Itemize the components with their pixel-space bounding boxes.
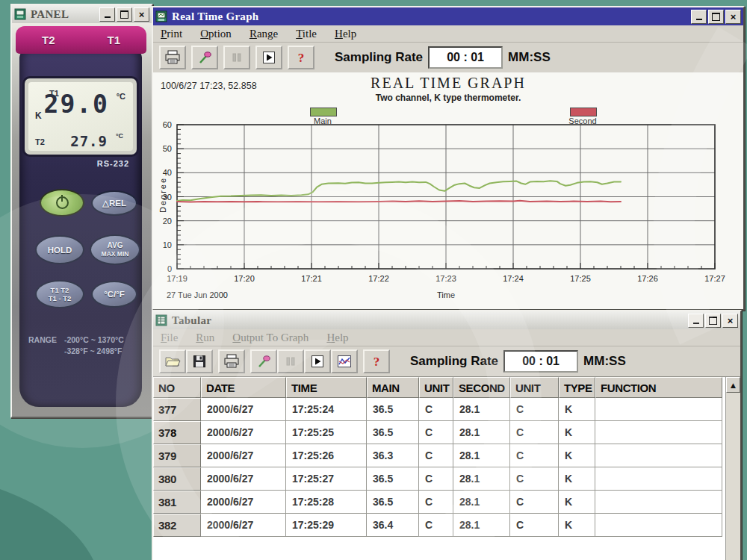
data-cell: 17:25:29 bbox=[286, 514, 367, 537]
data-cell: 28.1 bbox=[453, 491, 510, 514]
sampling-rate-label: Sampling Rate bbox=[335, 50, 423, 65]
lcd-main-unit: °C bbox=[117, 92, 125, 101]
data-cell bbox=[595, 421, 722, 444]
panel-maximize-button[interactable] bbox=[117, 7, 132, 22]
lcd-display: T1 K 29.0 °C 27.9 °C T2 bbox=[25, 78, 137, 155]
floppy-disk-icon bbox=[193, 355, 206, 368]
scroll-up-button[interactable]: ▲ bbox=[726, 377, 740, 393]
table-row[interactable]: 3782000/6/2717:25:2536.5C28.1CK bbox=[153, 421, 740, 444]
tabular-titlebar[interactable]: Tabular × bbox=[153, 311, 740, 329]
menu-print[interactable]: Print bbox=[161, 28, 182, 40]
range-fahrenheit: -328°F ~ 2498°F bbox=[64, 346, 124, 355]
row-number-cell: 377 bbox=[153, 398, 201, 421]
menu-help[interactable]: Help bbox=[326, 332, 348, 344]
graph-maximize-button[interactable] bbox=[708, 10, 724, 24]
tabular-minimize-button[interactable] bbox=[688, 314, 704, 328]
print-button[interactable] bbox=[218, 349, 245, 373]
menu-option[interactable]: Option bbox=[200, 28, 232, 40]
data-cell: C bbox=[510, 467, 559, 491]
celsius-fahrenheit-button[interactable]: °C/°F bbox=[91, 281, 137, 308]
data-cell: 2000/6/27 bbox=[201, 491, 286, 514]
line-chart: 010203040506017:1917:2017:2117:2217:2317… bbox=[153, 72, 740, 305]
help-button[interactable]: ? bbox=[288, 46, 314, 69]
table-row[interactable]: 3802000/6/2717:25:2736.5C28.1CK bbox=[153, 467, 740, 491]
graph-menubar: PrintOptionRangeTitleHelp bbox=[153, 25, 743, 43]
data-cell: K bbox=[559, 444, 595, 467]
svg-text:17:22: 17:22 bbox=[368, 274, 389, 283]
data-cell: 17:25:28 bbox=[286, 491, 367, 514]
tabular-window: Tabular × FileRunOutput To GraphHelp bbox=[152, 310, 742, 560]
column-header-main-3: MAIN bbox=[367, 377, 419, 398]
panel-app-icon bbox=[14, 8, 26, 20]
data-cell: 17:25:27 bbox=[286, 467, 367, 491]
sampling-rate-input[interactable] bbox=[503, 350, 578, 373]
panel-titlebar[interactable]: PANEL × bbox=[12, 5, 152, 23]
tabular-close-button[interactable]: × bbox=[722, 314, 738, 328]
table-scrollbar[interactable]: ▲ bbox=[725, 377, 740, 560]
menu-output-to-graph[interactable]: Output To Graph bbox=[232, 332, 309, 344]
avg-label: AVG bbox=[108, 241, 123, 250]
panel-window-title: PANEL bbox=[29, 8, 96, 21]
column-header-type-7: TYPE bbox=[559, 377, 595, 398]
table-row[interactable]: 3822000/6/2717:25:2936.4C28.1CK bbox=[153, 514, 740, 537]
table-row[interactable]: 3792000/6/2717:25:2636.3C28.1CK bbox=[153, 444, 740, 467]
column-header-second-5: SECOND bbox=[453, 377, 510, 398]
data-cell: 17:25:26 bbox=[286, 444, 367, 467]
panel-close-button[interactable]: × bbox=[134, 7, 149, 22]
menu-range[interactable]: Range bbox=[249, 28, 278, 40]
pause-button bbox=[223, 46, 250, 69]
open-button[interactable] bbox=[159, 349, 186, 373]
data-cell bbox=[595, 444, 722, 467]
data-cell: 2000/6/27 bbox=[201, 421, 286, 444]
graph-close-button[interactable]: × bbox=[725, 10, 741, 24]
table-row[interactable]: 3772000/6/2717:25:2436.5C28.1CK bbox=[153, 398, 740, 421]
graph-titlebar[interactable]: Real Time Graph × bbox=[153, 7, 743, 25]
menu-help[interactable]: Help bbox=[335, 28, 356, 40]
data-cell: C bbox=[419, 491, 453, 514]
menu-run[interactable]: Run bbox=[196, 332, 214, 344]
pause-icon bbox=[231, 52, 243, 63]
menu-file[interactable]: File bbox=[161, 332, 178, 344]
avg-max-min-button[interactable]: AVG MAX MIN bbox=[90, 234, 140, 265]
tabular-toolbar: ? Sampling Rate MM:SS bbox=[153, 346, 740, 376]
output-to-graph-button[interactable] bbox=[331, 349, 358, 373]
range-label: RANGE bbox=[28, 335, 57, 355]
menu-title[interactable]: Title bbox=[296, 28, 317, 40]
chart-title: REAL TIME GRAPH bbox=[371, 75, 526, 92]
celsius-fahrenheit-label: °C/°F bbox=[104, 290, 125, 299]
save-button[interactable] bbox=[186, 349, 213, 373]
hold-button[interactable]: HOLD bbox=[35, 235, 84, 264]
run-button[interactable] bbox=[304, 349, 331, 373]
data-cell: C bbox=[510, 398, 559, 421]
svg-text:60: 60 bbox=[163, 120, 172, 129]
tabular-maximize-button[interactable] bbox=[705, 314, 721, 328]
t1-t2-button[interactable]: T1 T2 T1 - T2 bbox=[35, 280, 84, 308]
graph-minimize-button[interactable] bbox=[691, 10, 707, 24]
rel-button[interactable]: △REL bbox=[91, 190, 137, 216]
power-button[interactable] bbox=[40, 189, 84, 217]
power-icon bbox=[56, 196, 69, 209]
sampling-rate-label: Sampling Rate bbox=[410, 354, 498, 369]
svg-text:10: 10 bbox=[163, 240, 172, 249]
lcd-k-label: K bbox=[35, 111, 42, 121]
help-button[interactable]: ? bbox=[363, 349, 390, 373]
range-spec: RANGE -200°C ~ 1370°C -328°F ~ 2498°F bbox=[28, 335, 124, 355]
graph-window-title: Real Time Graph bbox=[170, 10, 688, 23]
data-cell: C bbox=[419, 514, 453, 537]
eraser-icon bbox=[256, 354, 271, 369]
data-cell: C bbox=[510, 491, 559, 514]
eraser-icon bbox=[197, 50, 212, 65]
rate-units-label: MM:SS bbox=[508, 50, 551, 65]
legend-second-swatch bbox=[570, 108, 597, 116]
sampling-rate-input[interactable] bbox=[428, 46, 503, 69]
data-cell: 36.3 bbox=[367, 444, 419, 467]
clear-button[interactable] bbox=[250, 349, 277, 373]
clear-button[interactable] bbox=[191, 46, 218, 69]
panel-minimize-button[interactable] bbox=[99, 7, 115, 22]
data-cell: 28.1 bbox=[453, 421, 510, 444]
pause-button bbox=[277, 349, 304, 373]
table-row[interactable]: 3812000/6/2717:25:2836.5C28.1CK bbox=[153, 491, 740, 514]
run-button[interactable] bbox=[255, 46, 282, 69]
data-cell: 17:25:25 bbox=[286, 421, 367, 444]
print-button[interactable] bbox=[159, 46, 186, 69]
